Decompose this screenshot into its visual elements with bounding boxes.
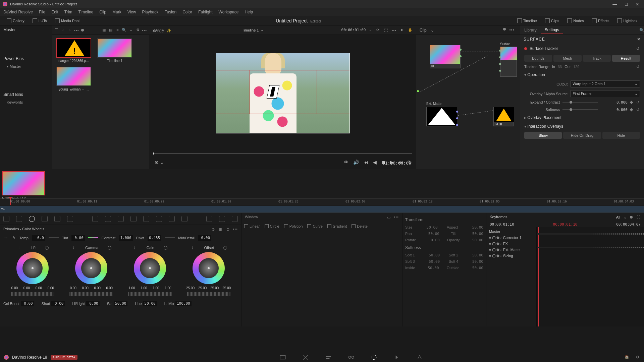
wheel-jog[interactable] — [128, 292, 172, 296]
list-view-icon[interactable]: ≡ — [115, 28, 120, 33]
pivot-value[interactable]: 0.435 — [148, 235, 161, 241]
pointer-icon[interactable]: ➤ — [400, 28, 405, 33]
wheel-gamma[interactable] — [75, 252, 107, 284]
pivot-slider[interactable] — [165, 237, 175, 238]
wheel-lift[interactable] — [16, 252, 49, 284]
effects-toggle[interactable]: Effects — [589, 18, 612, 24]
tracker-tool-icon[interactable] — [118, 216, 124, 222]
wheel-val[interactable]: 25.00 — [209, 286, 220, 290]
kf-item-master[interactable]: Master — [488, 229, 535, 235]
menu-color[interactable]: Color — [182, 10, 192, 14]
node-dot-icon[interactable] — [503, 28, 506, 31]
hdr-tool-icon[interactable] — [42, 216, 48, 222]
menu-help[interactable]: Help — [245, 10, 253, 14]
auto-balance-icon[interactable]: ⊙ — [211, 227, 215, 232]
close-button[interactable]: ✕ — [634, 1, 641, 7]
tc-chevron-icon[interactable]: ⌄ — [369, 28, 372, 32]
grid-view-icon[interactable]: ▤ — [108, 28, 113, 33]
menu-file[interactable]: File — [39, 10, 45, 14]
wheel-jog[interactable] — [11, 292, 54, 296]
tf-Outside[interactable]: 50.00 — [467, 266, 483, 270]
lock-icon[interactable] — [492, 248, 495, 251]
wheel-offset[interactable] — [193, 252, 225, 284]
motion-tool-icon[interactable] — [67, 216, 73, 222]
overlay-show[interactable]: Show — [524, 132, 562, 139]
primaries-tool-icon[interactable] — [29, 216, 35, 222]
wheel-val[interactable]: 25.00 — [197, 286, 208, 290]
keyframe-icon[interactable] — [496, 248, 500, 251]
wheel-jog[interactable] — [69, 292, 113, 296]
window-tool-polygon[interactable]: Polygon — [284, 224, 303, 228]
tab-bounds[interactable]: Bounds — [524, 55, 552, 62]
menu-playback[interactable]: Playback — [142, 10, 158, 14]
reset-tracker-icon[interactable]: ↺ — [635, 46, 640, 51]
keyframe-icon[interactable] — [496, 242, 500, 245]
wheel-reset-icon[interactable] — [108, 246, 111, 250]
panel-menu-icon[interactable]: ☰ — [54, 28, 59, 33]
clip-thumb-01[interactable]: 01 00:00:01:09 V1 H.264 High L4.0 — [2, 171, 45, 200]
wheel-val[interactable]: 25.00 — [185, 286, 196, 290]
contrast-value[interactable]: 1.000 — [119, 235, 132, 241]
timeline-toggle[interactable]: Timeline — [515, 18, 540, 24]
menu-mark[interactable]: Mark — [112, 10, 121, 14]
window-tool-curve[interactable]: Curve — [307, 224, 322, 228]
tint-slider[interactable] — [88, 237, 98, 238]
softness-keyframe-icon[interactable] — [630, 108, 633, 111]
wheel-val[interactable]: 1.00 — [126, 286, 137, 290]
log-mode-icon[interactable]: ⊙ — [225, 227, 230, 232]
menu-trim[interactable]: Trim — [64, 10, 72, 14]
window-tool-delete[interactable]: Delete — [352, 224, 368, 228]
primaries-options[interactable]: ••• — [233, 227, 238, 232]
menu-workspace[interactable]: Workspace — [219, 10, 239, 14]
lock-icon[interactable] — [492, 242, 495, 245]
media-options-2[interactable]: ••• — [142, 28, 147, 32]
output-select[interactable]: Warp Input 2 Onto 1⌄ — [570, 80, 640, 87]
wheel-picker-icon[interactable]: ⊹ — [17, 245, 21, 250]
video-track-v1[interactable]: V1 — [0, 206, 644, 213]
wheel-picker-icon[interactable]: ⊹ — [132, 245, 137, 250]
keyframe-track-area[interactable] — [537, 227, 644, 326]
clip-mode[interactable]: Clip — [420, 28, 427, 33]
expand-value[interactable]: 0.000 — [601, 100, 628, 105]
chevron-right-icon[interactable]: › — [500, 242, 502, 246]
close-panel-icon[interactable]: ✕ — [637, 37, 641, 42]
kf-item-sizing[interactable]: ›Sizing — [488, 253, 535, 259]
lightbox-toggle[interactable]: Lightbox — [614, 18, 640, 24]
hand-icon[interactable]: ✋ — [408, 28, 413, 33]
info-icon[interactable] — [232, 216, 238, 222]
blur-tool-icon[interactable] — [143, 216, 149, 222]
wheel-reset-icon[interactable] — [45, 246, 49, 250]
kf-item-corrector-1[interactable]: ›Corrector 1 — [488, 235, 535, 241]
sort-chevron-icon[interactable]: ⌄ — [128, 28, 133, 33]
placement-section[interactable]: Overlay Placement — [520, 113, 644, 122]
tf-Soft 2[interactable]: 50.00 — [467, 253, 483, 257]
nav-back-icon[interactable]: ‹ — [61, 28, 65, 33]
menu-davinci[interactable]: DaVinci Resolve — [3, 10, 33, 14]
wheel-val[interactable]: 0.00 — [92, 286, 103, 290]
operation-section[interactable]: Operation — [520, 70, 644, 79]
page-media-icon[interactable] — [280, 354, 286, 360]
menu-fairlight[interactable]: Fairlight — [198, 10, 213, 14]
menu-fusion[interactable]: Fusion — [164, 10, 176, 14]
nodes-toggle[interactable]: Nodes — [565, 18, 587, 24]
window-tool-circle[interactable]: Circle — [265, 224, 279, 228]
softness-reset-icon[interactable]: ↺ — [635, 107, 640, 112]
keyframe-icon[interactable] — [496, 236, 500, 239]
kf-mode-all[interactable]: All — [616, 215, 620, 219]
wheel-val[interactable]: 25.00 — [221, 286, 232, 290]
window-tool-icon[interactable] — [105, 216, 111, 222]
bars-mode-icon[interactable]: ||| — [218, 227, 223, 232]
minimize-button[interactable]: — — [610, 1, 619, 7]
softness-value[interactable]: 0.000 — [601, 108, 628, 112]
3d-tool-icon[interactable] — [181, 216, 187, 222]
picker2-icon[interactable]: ✎ — [11, 236, 16, 240]
param-Shad[interactable]: 0.00 — [51, 301, 65, 306]
thumb-view-icon[interactable]: ▦ — [102, 28, 106, 33]
kf-playhead[interactable] — [538, 227, 539, 326]
wheel-picker-icon[interactable]: ⊹ — [190, 245, 195, 250]
tint-value[interactable]: 0.00 — [71, 235, 85, 241]
tf-Soft 3[interactable]: 50.00 — [424, 259, 440, 264]
page-fairlight-icon[interactable] — [394, 354, 400, 360]
highlight-mode-icon[interactable]: ▭ — [152, 28, 157, 33]
media-options[interactable]: ••• — [74, 28, 79, 32]
